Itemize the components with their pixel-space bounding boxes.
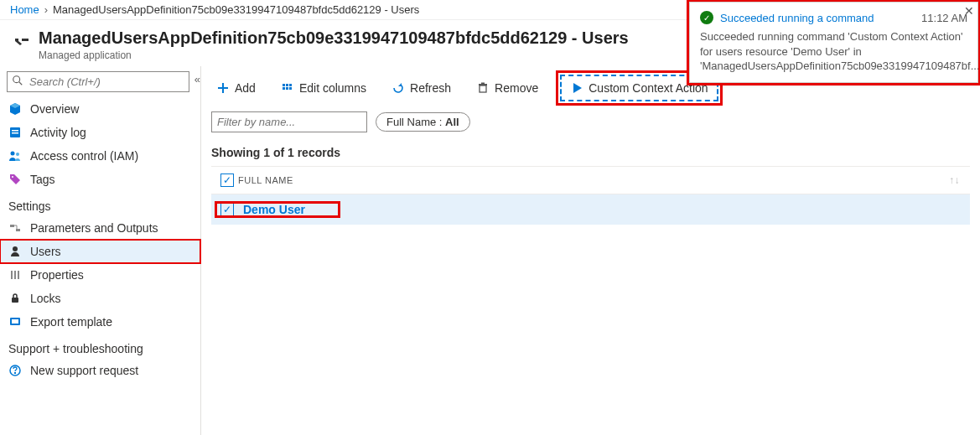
svg-rect-21 bbox=[283, 87, 285, 90]
people-icon bbox=[8, 149, 22, 163]
parameters-icon bbox=[8, 221, 22, 235]
sidebar-item-export-template[interactable]: Export template bbox=[0, 310, 200, 334]
toast-time: 11:12 AM bbox=[921, 12, 967, 24]
support-icon bbox=[8, 364, 22, 377]
sidebar-item-activity-log[interactable]: Activity log bbox=[0, 121, 200, 144]
row-checkbox[interactable]: ✓ bbox=[216, 203, 238, 216]
svg-rect-24 bbox=[289, 87, 292, 90]
refresh-icon bbox=[391, 81, 405, 95]
svg-point-7 bbox=[12, 176, 13, 178]
svg-rect-16 bbox=[12, 319, 18, 324]
sidebar-item-properties[interactable]: Properties bbox=[0, 263, 200, 287]
breadcrumb-home[interactable]: Home bbox=[10, 3, 39, 16]
toast-body: Succeeded running command 'Custom Contex… bbox=[700, 29, 967, 74]
success-icon: ✓ bbox=[700, 11, 713, 24]
collapse-sidebar-icon[interactable]: « bbox=[194, 73, 200, 85]
sidebar-item-access-control[interactable]: Access control (IAM) bbox=[0, 144, 200, 168]
svg-point-6 bbox=[16, 153, 19, 156]
sidebar-search-input[interactable] bbox=[7, 71, 189, 92]
svg-rect-4 bbox=[12, 132, 18, 134]
sidebar-item-label: Tags bbox=[30, 173, 55, 186]
play-icon bbox=[570, 81, 583, 95]
refresh-button[interactable]: Refresh bbox=[386, 78, 456, 98]
toast-title[interactable]: Succeeded running a command bbox=[720, 12, 915, 24]
svg-rect-3 bbox=[12, 130, 18, 132]
sidebar-item-locks[interactable]: Locks bbox=[0, 287, 200, 310]
svg-rect-13 bbox=[18, 271, 19, 279]
column-fullname[interactable]: FULL NAME bbox=[238, 175, 293, 185]
svg-rect-19 bbox=[283, 84, 285, 86]
table-header: ✓ FULL NAME ↑↓ bbox=[211, 166, 970, 194]
sidebar-section-support: Support + troubleshooting bbox=[0, 334, 200, 359]
plus-icon bbox=[216, 81, 230, 95]
breadcrumb-current: ManagedUsersAppDefinition75cb09e33199471… bbox=[53, 3, 419, 16]
filter-by-name-input[interactable] bbox=[211, 111, 367, 132]
pill-prefix: Full Name : bbox=[386, 116, 445, 128]
sidebar-item-label: Access control (IAM) bbox=[30, 149, 138, 163]
page-title: ManagedUsersAppDefinition75cb09e33199471… bbox=[39, 28, 629, 48]
remove-button[interactable]: Remove bbox=[471, 78, 543, 98]
sidebar-item-tags[interactable]: Tags bbox=[0, 168, 200, 191]
edit-columns-button[interactable]: Edit columns bbox=[276, 78, 371, 98]
table-row[interactable]: ✓ Demo User bbox=[211, 194, 970, 225]
sidebar-item-label: New support request bbox=[30, 364, 138, 377]
export-template-icon bbox=[8, 315, 22, 329]
filter-row: Full Name : All bbox=[211, 111, 970, 141]
sidebar: « Overview Activity log Access control (… bbox=[0, 66, 201, 435]
trash-icon bbox=[476, 81, 490, 95]
toolbar-label: Remove bbox=[495, 81, 538, 95]
toolbar-label: Custom Context Action bbox=[589, 81, 708, 95]
svg-rect-26 bbox=[479, 84, 487, 85]
svg-rect-23 bbox=[289, 84, 292, 86]
pill-value: All bbox=[445, 116, 459, 128]
cube-icon bbox=[8, 102, 22, 116]
svg-rect-20 bbox=[286, 84, 288, 86]
sidebar-item-label: Activity log bbox=[30, 126, 86, 139]
sidebar-item-new-support-request[interactable]: New support request bbox=[0, 359, 200, 382]
select-all-checkbox[interactable]: ✓ bbox=[216, 173, 238, 187]
close-icon[interactable]: ✕ bbox=[964, 4, 974, 18]
fullname-filter-pill[interactable]: Full Name : All bbox=[376, 112, 470, 132]
svg-rect-12 bbox=[14, 271, 16, 279]
sidebar-section-settings: Settings bbox=[0, 191, 200, 216]
toolbar-label: Refresh bbox=[410, 81, 451, 95]
page-subtitle: Managed application bbox=[39, 49, 629, 61]
svg-point-5 bbox=[11, 152, 15, 156]
columns-icon bbox=[281, 81, 294, 95]
sidebar-item-label: Overview bbox=[30, 102, 79, 116]
properties-icon bbox=[8, 268, 22, 282]
users-icon bbox=[8, 245, 22, 258]
svg-rect-22 bbox=[286, 87, 288, 90]
sort-icon[interactable]: ↑↓ bbox=[949, 174, 965, 186]
sidebar-item-parameters-outputs[interactable]: Parameters and Outputs bbox=[0, 216, 200, 240]
row-fullname-link[interactable]: Demo User bbox=[238, 203, 305, 216]
sidebar-item-overview[interactable]: Overview bbox=[0, 97, 200, 121]
svg-rect-18 bbox=[14, 372, 16, 374]
search-icon bbox=[12, 75, 23, 89]
sidebar-item-label: Parameters and Outputs bbox=[30, 221, 158, 235]
sidebar-item-label: Export template bbox=[30, 315, 112, 329]
add-button[interactable]: Add bbox=[211, 78, 261, 98]
svg-rect-25 bbox=[480, 85, 486, 92]
resource-icon bbox=[10, 32, 30, 52]
tag-icon bbox=[8, 173, 22, 186]
svg-point-10 bbox=[13, 246, 18, 251]
notification-toast: ✕ ✓ Succeeded running a command 11:12 AM… bbox=[689, 2, 978, 83]
sidebar-item-label: Locks bbox=[30, 292, 61, 305]
chevron-right-icon: › bbox=[44, 3, 48, 16]
sidebar-item-users[interactable]: Users bbox=[0, 240, 200, 263]
svg-rect-8 bbox=[10, 225, 14, 227]
sidebar-item-label: Properties bbox=[30, 268, 84, 282]
svg-rect-14 bbox=[12, 298, 18, 303]
sidebar-item-label: Users bbox=[30, 245, 61, 258]
toolbar-label: Edit columns bbox=[299, 81, 366, 95]
svg-line-1 bbox=[19, 82, 23, 85]
activity-log-icon bbox=[8, 126, 22, 139]
records-count: Showing 1 of 1 records bbox=[211, 141, 970, 166]
lock-icon bbox=[8, 292, 22, 305]
svg-point-0 bbox=[13, 76, 20, 83]
svg-rect-11 bbox=[11, 271, 13, 279]
toolbar-label: Add bbox=[235, 81, 256, 95]
main-panel: Add Edit columns Refresh Remove Custom C… bbox=[201, 66, 980, 435]
svg-rect-27 bbox=[481, 83, 485, 85]
